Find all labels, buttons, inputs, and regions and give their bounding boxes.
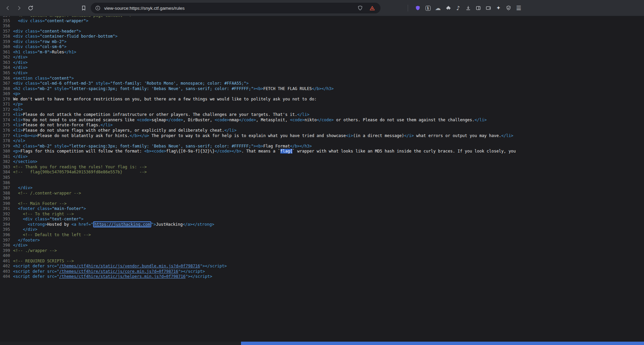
- justhacking-link[interactable]: https://justhacking.com: [93, 221, 151, 227]
- line-number: 374: [2, 118, 10, 123]
- wallet-icon: [485, 5, 491, 11]
- source-line: 403<script defer src="/themes/ctf4hire/s…: [2, 269, 524, 274]
- scrollbar-thumb[interactable]: [241, 342, 644, 345]
- line-number: 363: [2, 60, 10, 66]
- line-number: 366: [2, 76, 10, 81]
- site-info-icon[interactable]: [95, 5, 101, 11]
- script-src-link[interactable]: /themes/ctf4hire/static/js/helpers.min.j…: [59, 274, 186, 279]
- line-number: 404: [2, 274, 10, 279]
- extensions-button[interactable]: [443, 2, 453, 14]
- line-number: 373: [2, 112, 10, 118]
- source-line: 396 <!-- Default to the left -->: [2, 232, 524, 238]
- line-number: 356: [2, 24, 10, 29]
- source-line: 370We don't want to have to enforce rest…: [2, 97, 524, 102]
- source-line: 361<h1 class="m-0">Rules</h1>: [2, 50, 524, 55]
- source-line: 391 <footer class="main-footer">: [2, 206, 524, 212]
- source-line: 374<li>You do not need to use automated …: [2, 118, 524, 123]
- brave-shields-button[interactable]: [356, 4, 364, 12]
- view-source-page: 354 <!-- Content Wrapper. Contains page …: [0, 16, 644, 342]
- forward-button[interactable]: [13, 2, 25, 14]
- wallet-button[interactable]: [483, 2, 493, 14]
- script-src-link[interactable]: /themes/ctf4hire/static/js/core.min.js?d…: [59, 269, 178, 274]
- source-line: 384<!-- flag{90bc54705794a62015369fd8e86…: [2, 170, 524, 175]
- bookmark-icon: [80, 5, 87, 11]
- line-number: 358: [2, 34, 10, 39]
- leo-ai-button[interactable]: ✦: [493, 2, 504, 14]
- line-number: 371: [2, 102, 10, 107]
- source-line: 364</div>: [2, 65, 524, 71]
- source-line: 401<!-- REQUIRED SCRIPTS -->: [2, 259, 524, 264]
- source-code: 354 <!-- Content Wrapper. Contains page …: [2, 16, 524, 279]
- reload-button[interactable]: [25, 2, 36, 14]
- source-line: 369<p>: [2, 91, 524, 97]
- back-button[interactable]: [2, 2, 13, 14]
- source-line: 381</div>: [2, 154, 524, 160]
- line-number: 361: [2, 50, 10, 55]
- vpn-button[interactable]: [504, 2, 514, 14]
- source-line: 359<div class="row mb-2">: [2, 39, 524, 45]
- forward-icon: [16, 5, 23, 11]
- source-line: 366<section class="content">: [2, 76, 524, 81]
- sidebar-button[interactable]: [473, 2, 483, 14]
- cloud-extension-button[interactable]: ☁: [433, 2, 443, 14]
- line-number: 403: [2, 269, 10, 274]
- brave-rewards-triangle-icon: [369, 5, 375, 11]
- line-number: 393: [2, 217, 10, 222]
- line-number: 365: [2, 71, 10, 76]
- purple-extension-button[interactable]: [413, 2, 423, 14]
- line-number: 392: [2, 212, 10, 217]
- source-line: 362</div>: [2, 55, 524, 60]
- extensions-puzzle-icon: [445, 5, 451, 11]
- line-number: 380: [2, 149, 10, 154]
- source-line: 386: [2, 180, 524, 186]
- purple-shield-icon: [415, 5, 421, 11]
- line-number: 357: [2, 29, 10, 34]
- line-number: 402: [2, 264, 10, 269]
- password-extension-button[interactable]: 1: [423, 2, 433, 14]
- source-line: 367<div class="col-md-6 offset-md-3" sty…: [2, 81, 524, 86]
- source-line: 395 </div>: [2, 227, 524, 232]
- horizontal-scrollbar[interactable]: [0, 342, 644, 345]
- source-line: 387 </div>: [2, 185, 524, 191]
- url-text: view-source:https://snyk.ctf.games/rules: [104, 6, 352, 11]
- source-line: 394 <strong>Hosted by <a href="https://j…: [2, 222, 524, 227]
- menu-button[interactable]: ☰: [514, 2, 524, 14]
- line-number: 368: [2, 86, 10, 92]
- line-number: 385: [2, 175, 10, 180]
- menu-icon: ☰: [516, 5, 521, 11]
- line-number: 386: [2, 180, 10, 186]
- line-number: 399: [2, 248, 10, 254]
- line-number: 376: [2, 128, 10, 133]
- reload-icon: [27, 5, 34, 11]
- bookmark-button[interactable]: [78, 2, 89, 14]
- line-number: 377: [2, 133, 10, 139]
- line-number: 394: [2, 222, 10, 227]
- source-line: 399<!-- ./wrapper -->: [2, 248, 524, 254]
- source-line: 397 </footer>: [2, 238, 524, 243]
- source-line: 376<li>Please do not share flags with ot…: [2, 128, 524, 133]
- shield-check-icon: [506, 5, 512, 11]
- script-src-link[interactable]: /themes/ctf4hire/static/js/vendor.bundle…: [59, 264, 200, 268]
- line-number: 388: [2, 191, 10, 196]
- line-number: 364: [2, 65, 10, 71]
- source-line: 398</div>: [2, 243, 524, 248]
- source-line: 382</section>: [2, 159, 524, 165]
- source-line: 357<div class="content-header">: [2, 29, 524, 34]
- downloads-button[interactable]: [463, 2, 473, 14]
- source-line: 385: [2, 175, 524, 180]
- password-1-icon: 1: [426, 6, 431, 11]
- address-bar[interactable]: view-source:https://snyk.ctf.games/rules: [91, 3, 380, 13]
- sidebar-icon: [475, 5, 481, 11]
- source-line: 355 <div class="content-wrapper">: [2, 18, 524, 24]
- line-number: 362: [2, 55, 10, 60]
- brave-rewards-button[interactable]: [368, 4, 376, 12]
- line-number: 387: [2, 185, 10, 191]
- line-number: 367: [2, 81, 10, 86]
- source-line: 400: [2, 253, 524, 259]
- line-number: 389: [2, 196, 10, 201]
- media-button[interactable]: ♪: [453, 2, 463, 14]
- line-number: 372: [2, 107, 10, 113]
- browser-toolbar: view-source:https://snyk.ctf.games/rules…: [0, 0, 644, 16]
- line-number: 391: [2, 206, 10, 212]
- line-number: 369: [2, 91, 10, 97]
